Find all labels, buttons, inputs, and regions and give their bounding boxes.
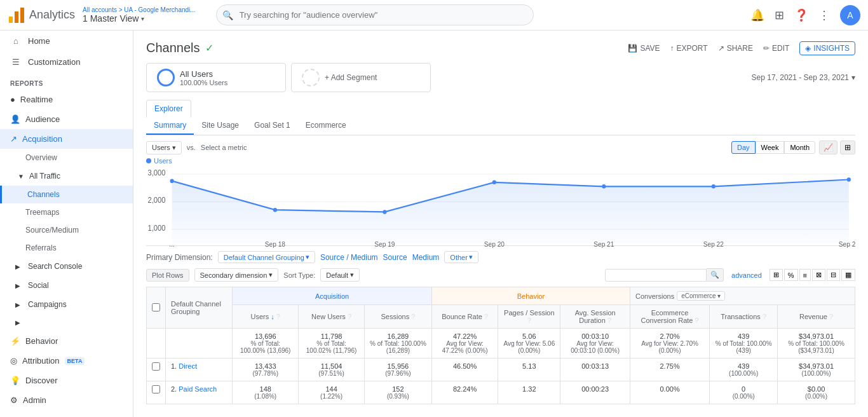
revenue-header[interactable]: Revenue ?	[778, 305, 855, 329]
pages-session-header[interactable]: Pages / Session ?	[498, 305, 560, 329]
svg-text:...: ...	[169, 240, 174, 247]
apps-icon[interactable]: ⊞	[775, 8, 784, 22]
pivot-view-button[interactable]: ⊠	[812, 269, 825, 281]
sessions-header[interactable]: Sessions ?	[365, 305, 432, 329]
row1-bounce-rate: 46.50%	[431, 359, 498, 381]
account-selector[interactable]: All accounts > UA - Google Merchandi... …	[83, 6, 196, 24]
tab-site-usage[interactable]: Site Usage	[194, 117, 247, 135]
plot-rows-button[interactable]: Plot Rows	[146, 269, 189, 282]
sidebar-item-google-ads[interactable]: ▶ Search Console	[0, 257, 133, 276]
paid-search-link[interactable]: Paid Search	[179, 385, 217, 393]
search-bar[interactable]: 🔍	[216, 4, 534, 25]
sidebar-item-channels[interactable]: Channels	[0, 186, 133, 203]
tab-summary[interactable]: Summary	[146, 117, 194, 135]
save-button[interactable]: 💾 SAVE	[628, 44, 660, 53]
default-channel-grouping-button[interactable]: Default Channel Grouping ▾	[218, 251, 315, 263]
source-link[interactable]: Source	[383, 253, 407, 262]
medium-link[interactable]: Medium	[412, 253, 440, 262]
heatmap-button[interactable]: ▦	[841, 269, 855, 281]
sidebar-item-customization[interactable]: ☰ Customization	[0, 51, 133, 72]
select-all-checkbox[interactable]	[152, 303, 160, 311]
help-icon[interactable]: ❓	[794, 8, 808, 22]
secondary-dimension-button[interactable]: Secondary dimension ▾	[194, 268, 279, 282]
time-week-button[interactable]: Week	[756, 141, 785, 154]
sidebar-item-discover[interactable]: 💡 Discover	[0, 371, 133, 390]
sidebar-item-overview[interactable]: Overview	[0, 149, 133, 167]
sidebar-item-source-medium[interactable]: Source/Medium	[0, 221, 133, 239]
chart-controls: Users ▾ vs. Select a metric Day Week Mon…	[146, 140, 855, 154]
app-name: Analytics	[29, 8, 75, 22]
new-users-header[interactable]: New Users ?	[299, 305, 365, 329]
table-search-submit[interactable]: 🔍	[707, 268, 724, 282]
sidebar-label-customization: Customization	[28, 57, 80, 67]
bounce-rate-header[interactable]: Bounce Rate ?	[431, 305, 498, 329]
row2-ecommerce-rate: 0.00%	[630, 381, 710, 404]
metric-users-button[interactable]: Users ▾	[146, 141, 182, 154]
transactions-header[interactable]: Transactions ?	[710, 305, 778, 329]
source-medium-link[interactable]: Source / Medium	[320, 253, 378, 262]
svg-text:Sep 19: Sep 19	[374, 240, 395, 247]
sidebar-item-campaigns[interactable]: ▶	[0, 314, 133, 331]
sidebar-collapse-btn[interactable]: ‹	[0, 410, 133, 417]
export-button[interactable]: ↑ EXPORT	[670, 44, 708, 53]
row2-checkbox-input[interactable]	[152, 385, 160, 393]
ecommerce-rate-header[interactable]: Ecommerce Conversion Rate ?	[630, 305, 710, 329]
sidebar-item-behavior[interactable]: ⚡ Behavior	[0, 331, 133, 351]
sidebar-item-acquisition[interactable]: ↗ Acquisition	[0, 129, 133, 149]
time-month-button[interactable]: Month	[784, 141, 815, 154]
segment-all-users[interactable]: All Users 100.00% Users	[146, 63, 286, 92]
compare-view-button[interactable]: ⊟	[827, 269, 840, 281]
other-dimension-button[interactable]: Other ▾	[444, 251, 478, 263]
tab-ecommerce[interactable]: Ecommerce	[298, 117, 354, 135]
share-button[interactable]: ↗ SHARE	[718, 44, 753, 53]
view-selector[interactable]: 1 Master View ▾	[83, 13, 196, 24]
notification-icon[interactable]: 🔔	[750, 8, 764, 22]
search-input[interactable]	[216, 4, 534, 25]
sort-default-button[interactable]: Default ▾	[320, 268, 360, 282]
select-metric-link[interactable]: Select a metric	[201, 144, 247, 151]
sidebar-item-home[interactable]: ⌂ Home	[0, 31, 133, 51]
explorer-tab[interactable]: Explorer	[146, 100, 191, 118]
table-search[interactable]: 🔍	[605, 268, 724, 282]
sidebar-item-treemaps[interactable]: Treemaps	[0, 203, 133, 221]
other-dropdown-icon: ▾	[469, 253, 473, 261]
date-range-selector[interactable]: Sep 17, 2021 - Sep 23, 2021 ▾	[752, 73, 855, 82]
row2-checkbox[interactable]	[147, 381, 166, 404]
list-view-button[interactable]: ≡	[799, 269, 811, 281]
table-search-input[interactable]	[605, 269, 707, 282]
insights-button[interactable]: ◈ INSIGHTS	[799, 41, 855, 55]
more-icon[interactable]: ⋮	[818, 8, 830, 22]
edit-button[interactable]: ✏ EDIT	[763, 44, 789, 53]
percent-view-button[interactable]: %	[784, 269, 798, 281]
main-content: Channels ✓ 💾 SAVE ↑ EXPORT ↗ SHARE ✏	[133, 31, 868, 417]
sidebar-item-attribution[interactable]: ◎ Attribution BETA	[0, 351, 133, 371]
ecommerce-badge[interactable]: eCommerce ▾	[677, 291, 724, 301]
avg-session-header[interactable]: Avg. Session Duration ?	[560, 305, 630, 329]
time-day-button[interactable]: Day	[731, 141, 756, 154]
line-chart-button[interactable]: 📈	[819, 140, 837, 154]
secondary-dim-label: Secondary dimension	[200, 271, 268, 279]
advanced-link[interactable]: advanced	[731, 271, 762, 279]
sidebar-item-audience[interactable]: 👤 Audience	[0, 109, 133, 129]
direct-link[interactable]: Direct	[179, 362, 197, 370]
sidebar-item-all-traffic[interactable]: ▼ All Traffic	[0, 167, 133, 186]
add-segment-button[interactable]: + Add Segment	[291, 63, 431, 92]
row1-checkbox[interactable]	[147, 359, 166, 381]
search-icon: 🔍	[222, 10, 233, 20]
sidebar-item-search-console[interactable]: ▶ Social	[0, 276, 133, 295]
sidebar-item-referrals[interactable]: Referrals	[0, 239, 133, 257]
grid-view-button[interactable]: ⊞	[770, 269, 783, 281]
add-segment-label: + Add Segment	[325, 73, 377, 82]
sidebar-item-admin[interactable]: ⚙ Admin	[0, 390, 133, 410]
sidebar-item-realtime[interactable]: ● Realtime	[0, 90, 133, 109]
bar-chart-button[interactable]: ⊞	[840, 140, 855, 154]
avatar[interactable]: A	[840, 5, 860, 25]
export-icon: ↑	[670, 44, 674, 53]
row2-new-users: 144 (1.22%)	[299, 381, 365, 404]
sidebar-label-audience: Audience	[25, 114, 60, 124]
row2-avg-session: 00:00:23	[560, 381, 630, 404]
row1-checkbox-input[interactable]	[152, 362, 160, 371]
users-header[interactable]: Users ↓ ?	[233, 305, 299, 329]
tab-goal-set[interactable]: Goal Set 1	[247, 117, 298, 135]
sidebar-item-social[interactable]: ▶ Campaigns	[0, 295, 133, 314]
